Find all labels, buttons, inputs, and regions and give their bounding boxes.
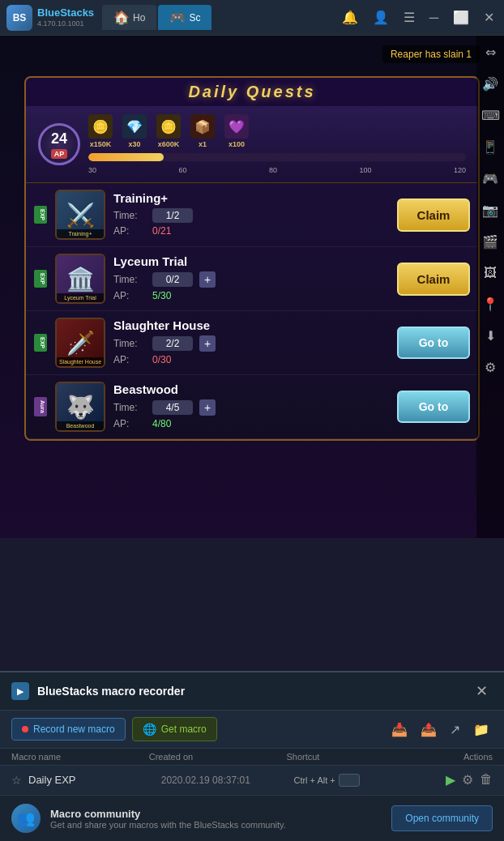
quest-time-value-beastwood: 4/5 <box>152 400 193 415</box>
quest-icon-training: ⚔️ Training+ <box>55 190 105 240</box>
tab-game-label: Sc <box>189 12 200 23</box>
quest-ap-label-slaughter: AP: <box>113 354 146 365</box>
quest-plus-lyceum[interactable]: + <box>199 271 216 288</box>
quest-name-lyceum: Lyceum Trial <box>113 254 389 268</box>
macro-close-button[interactable]: ✕ <box>471 681 493 702</box>
macro-header-icon: ▶ <box>11 682 29 700</box>
quest-icon-beastwood: 🐺 Beastwood <box>55 382 105 432</box>
daily-quests-title: Daily Quests <box>26 78 478 106</box>
macro-table-header: Macro name Created on Shortcut Actions <box>0 749 504 766</box>
quest-badge-training: EXP <box>34 206 47 224</box>
claim-button-lyceum[interactable]: Claim <box>397 263 470 296</box>
get-macro-button[interactable]: 🌐 Get macro <box>132 717 217 741</box>
community-title: Macro community <box>50 808 382 820</box>
close-icon[interactable]: ✕ <box>481 6 498 28</box>
quest-icon-lyceum: 🏛️ Lyceum Trial <box>55 254 105 304</box>
quest-info-lyceum: Lyceum Trial Time: 0/2 + AP: 5/30 <box>113 254 389 304</box>
ap-reward-gem: 💎 x30 <box>122 114 147 148</box>
tab-home[interactable]: 🏠 Ho <box>102 5 156 30</box>
quest-name-slaughter: Slaughter House <box>113 318 389 332</box>
ap-reward-gold-label: x150K <box>90 140 112 148</box>
folder-icon[interactable]: 📁 <box>470 719 493 741</box>
quest-time-label-lyceum: Time: <box>113 274 146 285</box>
macro-created-daily-exp: 2020.02.19 08:37:01 <box>161 775 294 786</box>
logo-text-block: BlueStacks 4.170.10.1001 <box>37 7 94 27</box>
volume-icon[interactable]: 🔊 <box>480 74 501 94</box>
quest-item-beastwood: Aura 🐺 Beastwood Beastwood Time: 4/5 + A… <box>26 375 478 439</box>
record-new-macro-button[interactable]: Record new macro <box>11 718 126 741</box>
download-icon[interactable]: ⬇ <box>483 326 498 346</box>
settings-icon[interactable]: ⚙ <box>482 357 498 378</box>
open-community-button[interactable]: Open community <box>391 805 493 831</box>
ap-bar-section: 24 AP 🪙 x150K 💎 x30 🪙 x600K <box>26 106 478 183</box>
location-icon[interactable]: 📍 <box>480 294 501 314</box>
col-header-name: Macro name <box>11 752 149 762</box>
keyboard-icon[interactable]: ⌨ <box>479 105 502 126</box>
quest-badge-lyceum: EXP <box>34 270 47 288</box>
macro-star-daily-exp[interactable]: ☆ <box>11 774 22 787</box>
quest-time-label-slaughter: Time: <box>113 338 146 349</box>
get-macro-icon: 🌐 <box>143 723 156 736</box>
maximize-icon[interactable]: ⬜ <box>450 6 472 28</box>
ap-rewards: 🪙 x150K 💎 x30 🪙 x600K 📦 x1 <box>88 114 466 174</box>
camera-icon[interactable]: 📷 <box>480 200 501 220</box>
notification-text: Reaper has slain 1 <box>391 49 472 60</box>
play-macro-icon[interactable]: ▶ <box>446 772 455 788</box>
get-macro-label: Get macro <box>161 724 207 735</box>
settings-macro-icon[interactable]: ⚙ <box>462 772 473 788</box>
quest-item-lyceum: EXP 🏛️ Lyceum Trial Lyceum Trial Time: 0… <box>26 247 478 311</box>
quest-ap-row-training: AP: 0/21 <box>113 225 389 237</box>
ap-reward-crystal: 💜 x100 <box>224 114 249 148</box>
col-header-shortcut: Shortcut <box>286 752 424 762</box>
minimize-icon[interactable]: ─ <box>426 7 442 28</box>
app-logo: BS BlueStacks 4.170.10.1001 <box>6 5 94 31</box>
quest-time-row-slaughter: Time: 2/2 + <box>113 335 389 352</box>
mobile-icon[interactable]: 📱 <box>480 137 501 157</box>
community-text: Macro community Get and share your macro… <box>50 808 382 830</box>
fullscreen-icon[interactable]: ⇔ <box>483 42 498 62</box>
quest-badge-beastwood: Aura <box>34 397 47 416</box>
quest-plus-slaughter[interactable]: + <box>199 335 216 352</box>
quest-ap-label-lyceum: AP: <box>113 290 146 301</box>
ap-reward-crystal-label: x100 <box>229 140 245 148</box>
gamepad-icon[interactable]: 🎮 <box>480 169 501 189</box>
goto-button-beastwood[interactable]: Go to <box>397 391 470 423</box>
menu-icon[interactable]: ☰ <box>400 6 418 28</box>
macro-header: ▶ BlueStacks macro recorder ✕ <box>0 672 504 711</box>
quest-time-label-training: Time: <box>113 210 146 221</box>
bell-icon[interactable]: 🔔 <box>339 6 361 28</box>
quest-plus-beastwood[interactable]: + <box>199 399 216 416</box>
ap-tick-80: 80 <box>269 166 277 174</box>
share-icon[interactable]: ↗ <box>446 719 463 741</box>
goto-button-slaughter[interactable]: Go to <box>397 327 470 359</box>
tab-game[interactable]: 🎮 Sc <box>158 5 211 30</box>
community-icon: 👥 <box>11 804 41 833</box>
record-btn-label: Record new macro <box>33 724 115 735</box>
ap-progress-bar <box>88 153 466 161</box>
user-icon[interactable]: 👤 <box>369 6 392 28</box>
ap-reward-gold2: 🪙 x600K <box>156 114 181 148</box>
ap-reward-chest: 📦 x1 <box>190 114 215 148</box>
import-icon[interactable]: 📥 <box>388 719 411 741</box>
claim-button-training[interactable]: Claim <box>397 199 470 232</box>
quest-item-slaughter: EXP 🗡️ Slaughter House Slaughter House T… <box>26 311 478 375</box>
community-description: Get and share your macros with the BlueS… <box>50 820 382 830</box>
gallery-icon[interactable]: 🖼 <box>481 263 499 283</box>
quest-item-training: EXP ⚔️ Training+ Training+ Time: 1/2 AP:… <box>26 183 478 247</box>
delete-macro-icon[interactable]: 🗑 <box>480 772 493 788</box>
ap-value: 24 <box>51 130 67 147</box>
video-icon[interactable]: 🎬 <box>480 232 501 252</box>
export-icon[interactable]: 📤 <box>417 719 440 741</box>
game-area: Reaper has slain 1 Daily Quests 24 AP 🪙 … <box>0 36 504 538</box>
quest-ap-label-beastwood: AP: <box>113 418 146 429</box>
macro-name-daily-exp: Daily EXP <box>28 774 161 786</box>
quest-icon-slaughter: 🗡️ Slaughter House <box>55 318 105 368</box>
nav-tabs: 🏠 Ho 🎮 Sc <box>102 5 339 30</box>
quest-ap-value-slaughter: 0/30 <box>152 354 171 365</box>
app-version: 4.170.10.1001 <box>37 19 94 28</box>
shortcut-key-box[interactable] <box>339 774 360 787</box>
quest-time-row-beastwood: Time: 4/5 + <box>113 399 389 416</box>
ap-reward-gem-icon: 💎 <box>122 114 147 139</box>
top-bar-actions: 🔔 👤 ☰ ─ ⬜ ✕ <box>339 6 498 28</box>
macro-shortcut-daily-exp: Ctrl + Alt + <box>293 774 426 787</box>
